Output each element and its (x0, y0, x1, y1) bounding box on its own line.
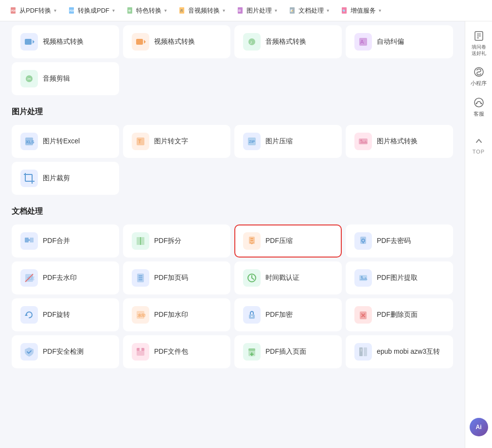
tool-pdf-decrypt-name: PDF去密码 (377, 237, 411, 245)
svg-text:XLS: XLS (26, 139, 35, 144)
pdf-insert-page-icon (243, 343, 261, 361)
tool-img-format[interactable]: 图片格式转换 (346, 125, 453, 158)
miniapp-btn[interactable]: 小程序 (467, 61, 491, 92)
pdf-security-icon (20, 343, 38, 361)
nav-image[interactable]: 🖼 图片处理 ▾ (231, 0, 283, 21)
tool-img-text-name: 图片转文字 (154, 137, 188, 146)
pdf-wm-add-icon: 水印 (132, 306, 149, 324)
survey-svg (473, 30, 485, 42)
audio-format-icon: ♪ (243, 33, 261, 51)
ai-label: Ai (476, 424, 482, 431)
nav-from-pdf-label: 从PDF转换 (19, 6, 51, 15)
nav-from-pdf[interactable]: PDF 从PDF转换 ▾ (4, 0, 62, 21)
tool-pdf-decrypt[interactable]: PDF去密码 (346, 224, 453, 258)
svg-text:PDF: PDF (11, 9, 16, 12)
tool-audio-trim[interactable]: ✂ 音频剪辑 (12, 62, 119, 95)
svg-point-65 (251, 316, 253, 317)
service-svg (473, 97, 485, 108)
tool-img-compress[interactable]: ZIP 图片压缩 (234, 125, 342, 158)
nav-av[interactable]: 🎵 音视频转换 ▾ (173, 0, 231, 21)
tool-audio-format[interactable]: ♪ 音频格式转换 (234, 25, 342, 58)
auto-correct-icon: A (354, 33, 372, 51)
pdf-img-extract-svg (358, 273, 369, 283)
tool-pdf-page-num[interactable]: PDF加页码 (123, 261, 230, 294)
svg-line-57 (252, 278, 254, 279)
tool-pdf-rotate[interactable]: PDF旋转 (12, 298, 119, 331)
pdf-page-num-svg (135, 273, 146, 283)
tool-video-format2[interactable]: 视频格式转换 (123, 25, 230, 58)
tool-pdf-merge-name: PDF合并 (43, 237, 70, 245)
special-icon: 特 (126, 7, 134, 15)
pdf-rotate-svg (24, 310, 35, 320)
tool-img-crop[interactable]: 图片裁剪 (12, 162, 119, 195)
service-btn[interactable]: 客服 (467, 92, 491, 122)
svg-text:🎵: 🎵 (180, 9, 183, 13)
vip-icon: 💎 (341, 7, 349, 15)
nav-av-label: 音视频转换 (188, 6, 220, 15)
survey-btn[interactable]: 填问卷 送好礼 (467, 25, 491, 61)
svg-text:🖼: 🖼 (238, 9, 241, 12)
nav-doc-chevron: ▾ (327, 8, 329, 13)
image-section-header: 图片处理 (12, 107, 453, 117)
tool-pdf-security[interactable]: PDF安全检测 (12, 335, 119, 368)
svg-text:PDF: PDF (70, 9, 74, 12)
tool-pdf-encrypt[interactable]: PDF加密 (234, 298, 342, 331)
epub-mobi-icon (354, 343, 372, 361)
video-icon-1 (24, 36, 35, 47)
pdf-encrypt-icon (243, 306, 261, 324)
pdf-page-num-icon (132, 269, 149, 287)
tool-pdf-split[interactable]: PDF拆分 (123, 224, 230, 258)
nav-image-label: 图片处理 (246, 6, 272, 15)
image-tools-grid: XLS 图片转Excel T 图片转文字 ZIP (12, 125, 453, 195)
pdf-merge-icon (20, 232, 38, 250)
top-nav: PDF 从PDF转换 ▾ PDF 转换成PDF ▾ 特 特色转换 ▾ 🎵 音视频… (0, 0, 492, 21)
nav-doc[interactable]: 📝 文档处理 ▾ (283, 0, 335, 21)
doc-section-header: 文档处理 (12, 207, 453, 217)
tool-pdf-merge[interactable]: PDF合并 (12, 224, 119, 258)
tool-epub-mobi-name: epub mobi azw3互转 (377, 347, 440, 356)
top-btn[interactable]: TOP (467, 130, 491, 159)
tool-pdf-img-extract[interactable]: PDF图片提取 (346, 261, 453, 294)
svg-point-87 (480, 103, 482, 104)
ai-btn[interactable]: Ai (470, 418, 488, 436)
tool-video-format1[interactable]: 视频格式转换 (12, 25, 119, 58)
img-text-svg: T (135, 136, 146, 147)
tool-auto-correct[interactable]: A 自动纠偏 (346, 25, 453, 58)
scroll-area[interactable]: 视频格式转换 视频格式转换 ♪ (0, 21, 465, 448)
svg-text:♪: ♪ (250, 39, 252, 45)
nav-special[interactable]: 特 特色转换 ▾ (121, 0, 173, 21)
tool-pdf-wm-remove[interactable]: 水印 PDF去水印 (12, 261, 119, 294)
tool-img-text[interactable]: T 图片转文字 (123, 125, 230, 158)
nav-doc-label: 文档处理 (299, 6, 324, 15)
img-compress-svg: ZIP (246, 136, 257, 147)
tool-epub-mobi[interactable]: epub mobi azw3互转 (346, 335, 453, 368)
video-format1-icon (20, 33, 38, 51)
pdf-wm-add-svg: 水印 (135, 310, 146, 320)
tool-pdf-delete-page[interactable]: PDF删除页面 (346, 298, 453, 331)
img-excel-svg: XLS (24, 136, 35, 147)
nav-vip-chevron: ▾ (379, 8, 381, 13)
img-format-icon (354, 133, 372, 150)
tool-video-format1-name: 视频格式转换 (43, 37, 84, 46)
tool-pdf-rotate-name: PDF旋转 (43, 310, 70, 319)
tool-pdf-package[interactable]: PDF文件包 (123, 335, 230, 368)
tool-img-excel[interactable]: XLS 图片转Excel (12, 125, 119, 158)
tool-pdf-compress[interactable]: PDF压缩 (234, 224, 342, 258)
tool-timestamp[interactable]: 时间戳认证 (234, 261, 342, 294)
tool-pdf-insert-page[interactable]: PDF插入页面 (234, 335, 342, 368)
svg-text:T: T (138, 138, 141, 144)
tool-auto-correct-name: 自动纠偏 (377, 37, 404, 46)
img-crop-icon (20, 170, 38, 187)
nav-to-pdf[interactable]: PDF 转换成PDF ▾ (62, 0, 121, 21)
tool-pdf-page-num-name: PDF加页码 (154, 274, 188, 282)
svg-point-31 (360, 139, 362, 141)
svg-rect-54 (139, 279, 142, 280)
tool-pdf-security-name: PDF安全检测 (43, 347, 84, 356)
tool-pdf-wm-add[interactable]: 水印 PDF加水印 (123, 298, 230, 331)
top-label: TOP (473, 149, 485, 155)
auto-correct-svg: A (358, 36, 369, 47)
nav-vip[interactable]: 💎 增值服务 ▾ (335, 0, 387, 21)
pdf-package-icon (132, 343, 149, 361)
survey-icon (473, 30, 485, 42)
audio-edit-row: ✂ 音频剪辑 (12, 62, 453, 95)
